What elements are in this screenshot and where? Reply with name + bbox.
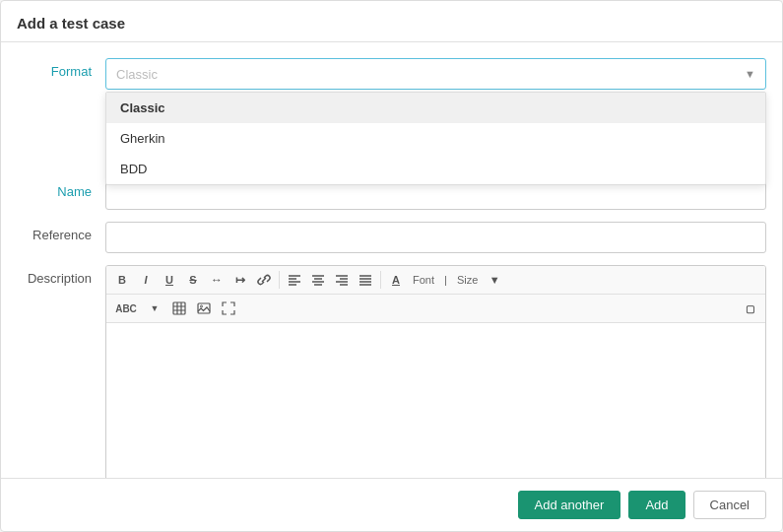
align-right-icon <box>335 273 349 287</box>
align-left-button[interactable] <box>284 269 305 291</box>
align-justify-icon <box>359 273 372 287</box>
format-option-classic[interactable]: Classic <box>106 93 765 123</box>
reference-input[interactable] <box>105 222 766 253</box>
editor-toolbar-1: B I U S ↔ ↦ <box>106 266 765 295</box>
modal-header: Add a test case <box>1 1 782 42</box>
separator-2 <box>380 271 381 289</box>
name-label: Name <box>17 178 105 199</box>
align-left-icon <box>288 273 301 287</box>
reference-label: Reference <box>17 222 105 242</box>
add-test-case-modal: Add a test case Format Classic ▼ Classic… <box>0 0 783 532</box>
format-option-gherkin[interactable]: Gherkin <box>106 123 765 154</box>
strikethrough-button[interactable]: S <box>182 269 204 291</box>
chevron-down-icon: ▼ <box>745 68 755 80</box>
editor-content-area[interactable] <box>106 323 765 478</box>
indent-decrease-button[interactable]: ↔ <box>206 269 228 291</box>
add-button[interactable]: Add <box>628 491 685 519</box>
fullscreen-icon <box>222 301 235 315</box>
format-placeholder: Classic <box>116 67 158 82</box>
modal-title: Add a test case <box>17 15 125 32</box>
bold-button[interactable]: B <box>111 269 133 291</box>
svg-rect-16 <box>173 302 185 314</box>
format-option-bdd[interactable]: BDD <box>106 154 765 184</box>
modal-footer: Add another Add Cancel <box>1 478 782 531</box>
reference-row: Reference <box>17 222 766 253</box>
italic-button[interactable]: I <box>135 269 157 291</box>
editor-toolbar-2: ABC ▼ <box>106 295 765 323</box>
format-select[interactable]: Classic ▼ <box>105 58 766 90</box>
fullscreen-button[interactable] <box>218 298 239 319</box>
font-color-button[interactable]: A <box>385 269 407 291</box>
description-label: Description <box>17 265 105 286</box>
separator-1 <box>279 271 280 289</box>
spellcheck-dropdown[interactable]: ▼ <box>144 298 165 319</box>
format-control: Classic ▼ Classic Gherkin BDD <box>105 58 766 90</box>
add-another-button[interactable]: Add another <box>518 491 621 519</box>
format-dropdown: Classic Gherkin BDD <box>105 92 766 185</box>
spellcheck-button[interactable]: ABC <box>111 298 141 319</box>
size-dropdown-button[interactable]: ▼ <box>484 269 505 291</box>
cancel-button[interactable]: Cancel <box>693 491 766 519</box>
reference-control <box>105 222 766 253</box>
underline-button[interactable]: U <box>159 269 180 291</box>
link-button[interactable] <box>253 269 275 291</box>
image-icon <box>197 301 211 315</box>
modal-body: Format Classic ▼ Classic Gherkin BDD Nam… <box>1 42 782 478</box>
format-row: Format Classic ▼ Classic Gherkin BDD <box>17 58 766 90</box>
separator-3: | <box>440 274 451 286</box>
align-right-button[interactable] <box>331 269 353 291</box>
description-control: B I U S ↔ ↦ <box>105 265 766 478</box>
font-label: Font <box>409 274 438 286</box>
align-center-icon <box>311 273 325 287</box>
link-icon <box>257 273 271 287</box>
description-row: Description B I U S ↔ ↦ <box>17 265 766 478</box>
description-editor: B I U S ↔ ↦ <box>105 265 766 478</box>
indent-increase-button[interactable]: ↦ <box>229 269 251 291</box>
align-center-button[interactable] <box>307 269 329 291</box>
expand-button[interactable]: ▢ <box>739 298 760 319</box>
size-label: Size <box>453 274 482 286</box>
image-button[interactable] <box>193 298 215 319</box>
align-justify-button[interactable] <box>355 269 376 291</box>
svg-point-22 <box>201 305 203 307</box>
table-icon <box>172 301 186 315</box>
table-button[interactable] <box>168 298 190 319</box>
format-label: Format <box>17 58 105 79</box>
